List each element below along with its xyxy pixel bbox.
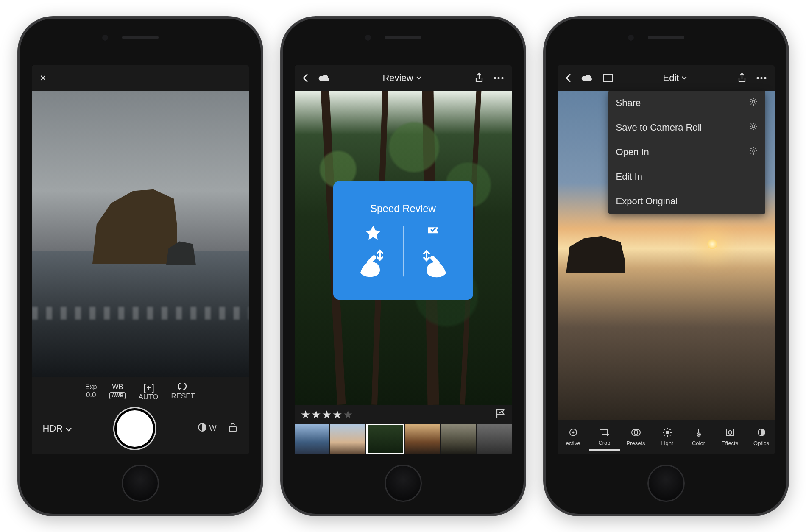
camera-topbar: ✕ <box>32 65 249 91</box>
edit-toolbar[interactable]: ective Crop Presets Light <box>558 420 775 454</box>
svg-point-16 <box>666 431 669 434</box>
camera-viewfinder[interactable] <box>32 91 249 377</box>
svg-point-17 <box>697 434 700 436</box>
review-photo[interactable]: Speed Review <box>295 91 512 405</box>
more-icon[interactable] <box>756 76 767 80</box>
phone-home-button <box>122 465 159 502</box>
menu-item-edit-in[interactable]: Edit In <box>608 164 765 189</box>
review-screen: Review Speed Review <box>295 65 512 454</box>
review-title: Review <box>382 72 413 84</box>
thumbnail[interactable] <box>405 424 440 454</box>
menu-item-label: Edit In <box>616 171 642 182</box>
phone-sensor <box>102 35 108 41</box>
cloud-icon[interactable] <box>318 74 330 82</box>
tool-label: Color <box>692 440 705 446</box>
menu-item-open-in[interactable]: Open In <box>608 140 765 164</box>
compare-icon[interactable] <box>602 73 614 83</box>
svg-point-7 <box>760 77 762 79</box>
focus-brackets-icon: [ + ] <box>138 383 158 393</box>
cloud-icon[interactable] <box>580 74 593 82</box>
tool-color[interactable]: Color <box>683 424 714 450</box>
more-icon[interactable] <box>493 76 504 80</box>
thumbnail[interactable] <box>441 424 476 454</box>
capture-mode-selector[interactable]: HDR <box>43 423 73 434</box>
thumbnail[interactable] <box>477 424 512 454</box>
edit-screen: Edit Share <box>558 65 775 454</box>
back-icon[interactable] <box>565 73 571 83</box>
phone-speaker <box>385 36 421 39</box>
gear-icon[interactable] <box>749 97 758 109</box>
share-icon[interactable] <box>737 72 747 84</box>
tool-label: ective <box>566 440 580 446</box>
filmstrip[interactable] <box>295 424 512 454</box>
exposure-label: Exp <box>85 383 97 391</box>
menu-item-label: Open In <box>616 147 649 158</box>
review-title-dropdown[interactable]: Review <box>382 72 421 84</box>
tool-optics[interactable]: Optics <box>746 424 775 450</box>
edit-topbar: Edit <box>558 65 775 91</box>
edit-title-dropdown[interactable]: Edit <box>663 72 688 84</box>
exposure-value: 0.0 <box>85 391 97 399</box>
tool-crop[interactable]: Crop <box>589 423 620 451</box>
reset-control[interactable]: RESET <box>171 383 195 401</box>
menu-item-save-camera-roll[interactable]: Save to Camera Roll <box>608 115 765 140</box>
review-bottom-bar: ★★★★★ <box>295 405 512 454</box>
thumbnail[interactable] <box>330 424 365 454</box>
crop-icon <box>600 427 610 437</box>
svg-point-2 <box>494 77 496 79</box>
gear-icon[interactable] <box>749 147 758 158</box>
close-icon[interactable]: ✕ <box>39 73 47 83</box>
presets-icon <box>631 427 641 437</box>
svg-rect-1 <box>229 426 236 432</box>
reset-label: RESET <box>171 392 195 401</box>
phone-mockup-2: Review Speed Review <box>280 16 526 516</box>
auto-label: AUTO <box>138 393 158 401</box>
menu-item-label: Export Original <box>616 196 678 207</box>
effects-icon <box>725 427 735 437</box>
menu-item-share[interactable]: Share <box>608 91 765 115</box>
back-icon[interactable] <box>302 73 308 83</box>
capture-mode-label: HDR <box>43 423 63 434</box>
speed-review-overlay: Speed Review <box>333 181 473 300</box>
flag-gesture-hint <box>416 224 450 278</box>
exposure-control[interactable]: Exp 0.0 <box>85 383 97 401</box>
tool-effects[interactable]: Effects <box>714 424 746 450</box>
thumbnail[interactable] <box>295 424 330 454</box>
white-balance-control[interactable]: WB AWB <box>109 383 126 401</box>
tool-label: Crop <box>598 440 610 446</box>
star-rating[interactable]: ★★★★★ <box>301 408 353 421</box>
tool-selective[interactable]: ective <box>558 424 589 450</box>
tool-label: Presets <box>626 440 645 446</box>
optics-icon <box>756 427 767 437</box>
tool-presets[interactable]: Presets <box>620 424 652 450</box>
tool-light[interactable]: Light <box>652 424 683 450</box>
phone-sensor <box>365 35 371 41</box>
review-topbar: Review <box>295 65 512 91</box>
lock-icon[interactable] <box>228 422 237 435</box>
filter-toggle[interactable]: W <box>197 422 216 435</box>
share-icon[interactable] <box>474 72 484 84</box>
thumbnail-selected[interactable] <box>366 424 404 454</box>
svg-point-8 <box>764 77 766 79</box>
filter-badge: W <box>209 424 216 433</box>
thermometer-icon <box>694 427 704 437</box>
tool-label: Effects <box>722 440 739 446</box>
camera-controls: Exp 0.0 WB AWB [ + ] AUTO <box>32 377 249 454</box>
phone-speaker <box>648 36 684 39</box>
shutter-button[interactable] <box>117 410 153 447</box>
phone-sensor <box>628 35 634 41</box>
menu-item-export-original[interactable]: Export Original <box>608 189 765 214</box>
swipe-hand-icon <box>356 247 390 278</box>
chevron-down-icon <box>681 76 687 80</box>
edit-title: Edit <box>663 72 679 84</box>
selective-icon <box>568 427 578 437</box>
menu-item-label: Save to Camera Roll <box>616 122 702 133</box>
svg-point-10 <box>752 125 754 127</box>
undo-icon <box>171 383 195 392</box>
focus-auto-control[interactable]: [ + ] AUTO <box>138 383 158 401</box>
gear-icon[interactable] <box>749 122 758 133</box>
flag-toggle[interactable] <box>495 408 506 421</box>
tool-label: Optics <box>753 440 769 446</box>
star-icon <box>364 224 382 242</box>
share-menu: Share Save to Camera Roll Open In Edit I… <box>608 91 765 214</box>
